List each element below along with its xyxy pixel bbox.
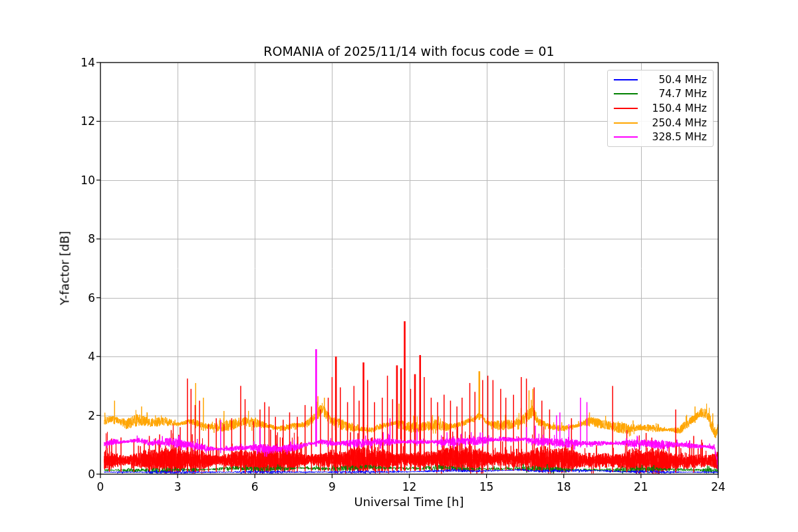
legend-entry-label: 150.4 MHz — [643, 102, 707, 114]
figure: ROMANIA of 2025/11/14 with focus code = … — [0, 0, 798, 532]
legend-line-sample — [614, 108, 638, 109]
y-tick-label: 0 — [88, 467, 95, 481]
legend-entry: 250.4 MHz — [608, 116, 713, 130]
y-tick-label: 6 — [88, 291, 95, 305]
legend-entry: 328.5 MHz — [608, 130, 713, 144]
y-tick-label: 12 — [80, 114, 95, 128]
x-tick-label: 0 — [97, 480, 104, 493]
legend-entry: 150.4 MHz — [608, 102, 713, 115]
x-tick-label: 18 — [557, 480, 571, 493]
legend-entry-label: 250.4 MHz — [643, 117, 707, 129]
legend-entry: 50.4 MHz — [608, 73, 713, 86]
x-axis-label: Universal Time [h] — [354, 495, 464, 509]
legend-entry-label: 74.7 MHz — [643, 88, 707, 100]
legend-line-sample — [614, 79, 638, 80]
y-tick-label: 10 — [80, 174, 95, 187]
legend-entry-label: 50.4 MHz — [643, 74, 707, 86]
x-tick-label: 3 — [174, 480, 182, 493]
y-axis-label: Y-factor [dB] — [58, 231, 72, 305]
y-tick-label: 8 — [88, 232, 95, 245]
y-tick-label: 14 — [80, 56, 95, 69]
x-tick-label: 12 — [402, 480, 417, 493]
legend-entry-label: 328.5 MHz — [643, 131, 707, 143]
x-tick-label: 15 — [479, 480, 494, 493]
chart-title: ROMANIA of 2025/11/14 with focus code = … — [263, 44, 554, 59]
legend: 50.4 MHz74.7 MHz150.4 MHz250.4 MHz328.5 … — [607, 70, 714, 147]
y-tick-label: 4 — [88, 350, 95, 363]
legend-line-sample — [614, 93, 638, 94]
x-tick-label: 21 — [634, 480, 648, 493]
x-tick-label: 24 — [711, 480, 726, 493]
legend-line-sample — [614, 136, 638, 138]
legend-entry: 74.7 MHz — [608, 87, 713, 100]
legend-line-sample — [614, 122, 638, 124]
y-tick-label: 2 — [88, 409, 95, 422]
x-tick-label: 6 — [251, 480, 259, 493]
x-tick-label: 9 — [329, 480, 336, 493]
